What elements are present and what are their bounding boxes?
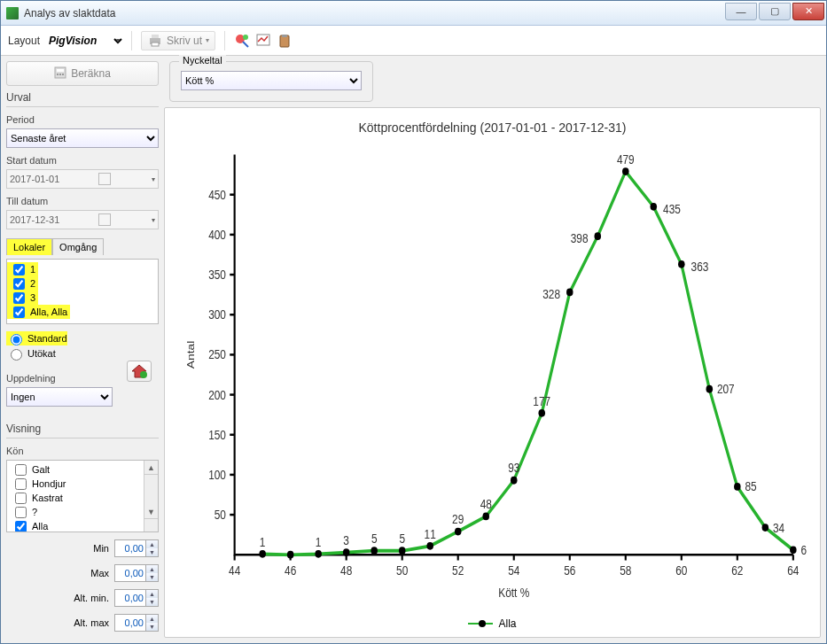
svg-text:34: 34 [773, 521, 784, 535]
svg-text:62: 62 [731, 563, 743, 578]
calendar-icon [98, 173, 111, 185]
kon-item[interactable]: Hondjur [9, 477, 69, 491]
kon-item[interactable]: Galt [9, 462, 52, 477]
min-label: Min [59, 543, 109, 554]
svg-rect-12 [62, 74, 64, 75]
svg-point-62 [343, 548, 350, 556]
kon-item[interactable]: Alla [9, 519, 51, 532]
kon-list: GaltHondjurKastrat?Alla ▲ ▼ [6, 460, 159, 532]
titlebar: Analys av slaktdata — ▢ ✕ [1, 1, 826, 26]
till-date-input[interactable]: 2017-12-31 ▾ [6, 210, 159, 229]
svg-text:58: 58 [620, 563, 631, 578]
svg-point-66 [399, 547, 406, 555]
svg-point-90 [734, 483, 741, 491]
lokaler-item[interactable]: 1 [7, 262, 38, 276]
svg-text:Kött %: Kött % [498, 586, 529, 600]
max-label: Max [59, 568, 109, 578]
svg-text:207: 207 [717, 382, 735, 396]
svg-point-80 [594, 232, 601, 240]
close-button[interactable]: ✕ [792, 3, 824, 20]
altmin-input[interactable]: ▲▼ [114, 589, 159, 607]
calculator-icon [54, 66, 66, 81]
svg-text:29: 29 [452, 512, 464, 526]
svg-point-60 [315, 550, 322, 558]
svg-text:85: 85 [745, 480, 756, 494]
print-label: Skriv ut [167, 35, 202, 47]
svg-text:1: 1 [260, 535, 266, 549]
altmax-input[interactable]: ▲▼ [114, 614, 159, 632]
printer-icon [147, 33, 163, 49]
tab-omgang[interactable]: Omgång [52, 238, 104, 255]
max-input[interactable]: ▲▼ [114, 564, 159, 582]
svg-point-86 [678, 260, 685, 268]
svg-rect-2 [152, 43, 159, 46]
home-button[interactable] [127, 361, 152, 382]
lokaler-item[interactable]: Alla, Alla [7, 305, 70, 319]
compute-button[interactable]: Beräkna [6, 61, 159, 86]
lokaler-item[interactable]: 2 [7, 276, 38, 291]
window-controls: — ▢ ✕ [725, 6, 826, 20]
uppdelning-select[interactable]: Ingen [6, 387, 113, 407]
compute-label: Beräkna [71, 67, 111, 80]
clipboard-icon[interactable] [277, 33, 293, 49]
kon-item[interactable]: Kastrat [9, 491, 66, 505]
svg-rect-1 [152, 35, 159, 38]
nyckeltal-label: Nyckeltal [179, 55, 226, 66]
radio-standard[interactable]: Standard [6, 331, 67, 345]
chart-title: Köttprocentfördelning (2017-01-01 - 2017… [177, 120, 807, 135]
svg-rect-7 [282, 35, 287, 37]
svg-text:450: 450 [208, 188, 226, 202]
svg-text:Antal: Antal [184, 341, 197, 369]
svg-point-94 [790, 546, 797, 554]
toolbar: Layout PigVision ▾ Skriv ut ▾ [1, 26, 826, 56]
lokaler-list: 123Alla, Alla [6, 259, 159, 324]
layout-select[interactable]: PigVision [45, 34, 125, 48]
layout-dropdown-icon: ▾ [116, 36, 122, 44]
radio-utokat[interactable]: Utökat [6, 346, 56, 361]
svg-text:398: 398 [571, 231, 589, 245]
svg-point-4 [243, 35, 248, 40]
svg-text:50: 50 [396, 563, 408, 578]
scroll-down-icon[interactable]: ▼ [144, 505, 158, 519]
kon-item[interactable]: ? [9, 505, 40, 519]
period-select[interactable]: Senaste året [6, 128, 159, 148]
tab-lokaler[interactable]: Lokaler [6, 238, 52, 255]
svg-text:200: 200 [208, 388, 226, 402]
print-button[interactable]: Skriv ut ▾ [141, 31, 215, 50]
svg-text:5: 5 [371, 531, 378, 546]
maximize-button[interactable]: ▢ [759, 3, 791, 20]
svg-text:328: 328 [542, 288, 560, 302]
svg-text:350: 350 [208, 268, 226, 282]
scroll-up-icon[interactable]: ▲ [144, 461, 158, 475]
minimize-button[interactable]: — [725, 3, 757, 20]
svg-text:250: 250 [208, 348, 226, 362]
svg-text:52: 52 [452, 563, 464, 578]
chart-frame: Köttprocentfördelning (2017-01-01 - 2017… [164, 107, 821, 638]
min-input[interactable]: ▲▼ [114, 539, 159, 557]
settings-icon[interactable] [234, 33, 250, 49]
lokaler-item[interactable]: 3 [7, 291, 38, 305]
svg-text:300: 300 [208, 307, 226, 322]
legend-label: Alla [498, 617, 516, 630]
till-date-label: Till datum [6, 196, 159, 206]
layout-label: Layout [8, 35, 40, 47]
urval-header: Urval [6, 89, 159, 107]
svg-point-14 [140, 371, 147, 378]
start-date-input[interactable]: 2017-01-01 ▾ [6, 169, 159, 189]
start-date-label: Start datum [6, 155, 159, 166]
svg-text:479: 479 [617, 152, 635, 167]
svg-text:3: 3 [343, 533, 349, 547]
chart-icon[interactable] [255, 33, 271, 49]
svg-text:56: 56 [564, 563, 575, 578]
kon-label: Kön [6, 446, 159, 456]
nyckeltal-select[interactable]: Kött % [181, 71, 362, 90]
svg-text:11: 11 [425, 527, 436, 541]
svg-point-59 [287, 551, 294, 559]
svg-point-57 [259, 550, 266, 558]
svg-rect-11 [59, 74, 61, 75]
svg-point-88 [706, 385, 714, 393]
scrollbar[interactable]: ▲ ▼ [144, 461, 158, 531]
svg-text:60: 60 [675, 563, 687, 578]
calendar-icon [98, 213, 111, 226]
svg-text:46: 46 [285, 563, 296, 578]
